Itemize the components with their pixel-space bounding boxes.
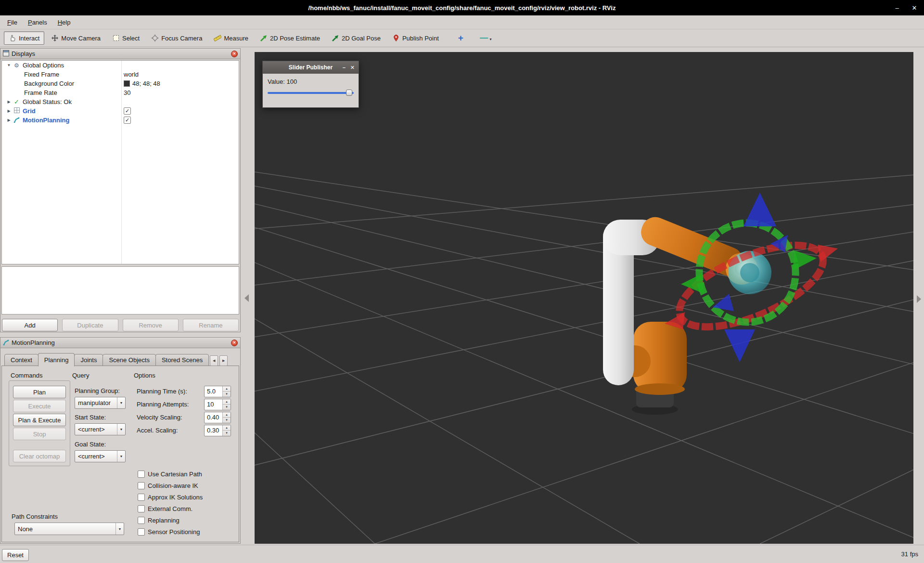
tree-row-fixed-frame[interactable]: Fixed Frame world: [2, 70, 239, 79]
clear-octomap-button[interactable]: Clear octomap: [13, 450, 66, 462]
tool-measure[interactable]: Measure: [209, 31, 253, 45]
marker-blue-arrow-up: [744, 193, 776, 226]
fixed-frame-value[interactable]: world: [124, 71, 139, 78]
collapse-right-arrow-icon[interactable]: [917, 295, 921, 303]
minimize-button[interactable]: –: [343, 65, 346, 70]
sensor-positioning-checkbox[interactable]: [138, 528, 145, 536]
slider-handle[interactable]: [346, 90, 352, 96]
path-constraints-select[interactable]: None ▼: [14, 523, 124, 535]
tool-publish-point[interactable]: Publish Point: [387, 31, 444, 45]
tab-stored-scenes[interactable]: Stored Scenes: [155, 354, 209, 366]
frame-rate-value[interactable]: 30: [124, 89, 130, 96]
add-display-button[interactable]: Add: [2, 319, 58, 331]
close-panel-icon[interactable]: ✕: [231, 51, 238, 57]
spin-down-icon[interactable]: ▼: [223, 392, 231, 397]
expander-icon[interactable]: ▼: [6, 63, 12, 67]
options-section-label: Options: [134, 372, 155, 379]
planning-attempts-spinbox[interactable]: 10▲▼: [204, 399, 231, 410]
minimize-button[interactable]: –: [892, 4, 902, 12]
minus-icon: —: [480, 33, 488, 42]
move-camera-icon: [51, 34, 59, 42]
remove-display-button[interactable]: Remove: [123, 319, 179, 331]
remove-tool-button[interactable]: —▼: [480, 33, 492, 43]
slider-groove[interactable]: [268, 92, 354, 94]
gear-icon: ⚙: [12, 62, 21, 69]
close-panel-icon[interactable]: ✕: [231, 340, 238, 346]
select-box-icon: [112, 34, 120, 42]
spin-up-icon[interactable]: ▲: [223, 386, 231, 392]
tab-scroll-right-icon[interactable]: ▶: [219, 355, 228, 366]
goal-state-select[interactable]: <current> ▼: [75, 450, 126, 462]
tree-row-grid[interactable]: ▶ Grid ✓: [2, 106, 239, 116]
tab-context[interactable]: Context: [4, 354, 38, 366]
menu-file[interactable]: File: [2, 17, 23, 28]
expander-icon[interactable]: ▶: [6, 118, 12, 122]
planning-time-spinbox[interactable]: 5.0▲▼: [204, 386, 231, 397]
expander-icon[interactable]: ▶: [6, 100, 12, 104]
expander-icon[interactable]: ▶: [6, 109, 12, 113]
rename-display-button[interactable]: Rename: [183, 319, 239, 331]
tree-row-global-status[interactable]: ▶ ✓ Global Status: Ok: [2, 97, 239, 106]
velocity-scaling-spinbox[interactable]: 0.40▲▼: [204, 412, 231, 423]
tab-planning[interactable]: Planning: [38, 353, 75, 367]
tab-scene-objects[interactable]: Scene Objects: [103, 354, 156, 366]
spin-value: 5.0: [205, 386, 222, 397]
plan-and-execute-button[interactable]: Plan & Execute: [13, 414, 66, 426]
3d-viewport[interactable]: Slider Publisher – ✕ Value: 100: [255, 52, 913, 544]
tool-interact[interactable]: Interact: [4, 31, 44, 45]
row-label: Grid: [23, 107, 36, 115]
planning-group-select[interactable]: manipulator ▼: [75, 397, 126, 409]
close-button[interactable]: ✕: [910, 4, 919, 12]
external-comm-checkbox[interactable]: [138, 505, 145, 512]
tool-move-camera[interactable]: Move Camera: [46, 31, 105, 45]
reset-button[interactable]: Reset: [2, 549, 29, 561]
row-label: Fixed Frame: [24, 71, 59, 78]
color-swatch[interactable]: [124, 80, 130, 87]
use-cartesian-path-checkbox[interactable]: [138, 471, 145, 478]
approx-ik-solutions-row: Approx IK Solutions: [138, 491, 203, 503]
tool-2d-pose-estimate[interactable]: 2D Pose Estimate: [255, 31, 325, 45]
spin-up-icon[interactable]: ▲: [223, 412, 231, 418]
approx-ik-solutions-checkbox[interactable]: [138, 494, 145, 501]
spin-down-icon[interactable]: ▼: [223, 431, 231, 436]
replanning-checkbox[interactable]: [138, 517, 145, 524]
tab-joints[interactable]: Joints: [74, 354, 103, 366]
add-tool-button[interactable]: +: [458, 33, 463, 43]
displays-panel-header[interactable]: Displays ✕: [0, 49, 240, 59]
tree-row-global-options[interactable]: ▼ ⚙ Global Options: [2, 61, 239, 70]
slider-value-label: Value: 100: [263, 74, 359, 86]
tool-select[interactable]: Select: [107, 31, 144, 45]
background-color-value[interactable]: 48; 48; 48: [132, 80, 160, 87]
execute-button[interactable]: Execute: [13, 400, 66, 412]
value-slider[interactable]: [268, 89, 354, 96]
spin-down-icon[interactable]: ▼: [223, 405, 231, 410]
motionplanning-panel-header[interactable]: MotionPlanning ✕: [0, 338, 240, 348]
grid-enabled-checkbox[interactable]: ✓: [124, 107, 131, 115]
close-button[interactable]: ✕: [350, 65, 355, 71]
motionplanning-display-icon: [12, 117, 21, 124]
start-state-select[interactable]: <current> ▼: [75, 423, 126, 435]
collapse-left-arrow-icon[interactable]: [244, 294, 249, 302]
velocity-scaling-row: Velocity Scaling: 0.40▲▼: [137, 411, 231, 423]
plan-button[interactable]: Plan: [13, 386, 66, 398]
accel-scaling-spinbox[interactable]: 0.30▲▼: [204, 425, 231, 436]
row-label: Global Options: [23, 62, 64, 69]
tree-row-background-color[interactable]: Background Color 48; 48; 48: [2, 79, 239, 88]
menu-panels[interactable]: Panels: [23, 17, 52, 28]
tool-2d-goal-pose[interactable]: 2D Goal Pose: [327, 31, 385, 45]
motionplanning-enabled-checkbox[interactable]: ✓: [124, 117, 131, 124]
rviz-window: /home/nbb/ws_fanuc/install/fanuc_moveit_…: [0, 0, 924, 563]
menu-help[interactable]: Help: [52, 17, 76, 28]
tree-row-frame-rate[interactable]: Frame Rate 30: [2, 88, 239, 97]
collision-aware-ik-checkbox[interactable]: [138, 482, 145, 489]
slider-window-titlebar[interactable]: Slider Publisher – ✕: [263, 61, 359, 74]
tab-scroll-left-icon[interactable]: ◀: [210, 355, 218, 366]
tool-focus-camera[interactable]: Focus Camera: [146, 31, 207, 45]
spin-up-icon[interactable]: ▲: [223, 425, 231, 431]
stop-button[interactable]: Stop: [13, 428, 66, 440]
planning-attempts-row: Planning Attempts: 10▲▼: [137, 398, 231, 410]
spin-up-icon[interactable]: ▲: [223, 399, 231, 405]
duplicate-display-button[interactable]: Duplicate: [62, 319, 118, 331]
spin-down-icon[interactable]: ▼: [223, 418, 231, 423]
tree-row-motionplanning[interactable]: ▶ MotionPlanning ✓: [2, 116, 239, 125]
